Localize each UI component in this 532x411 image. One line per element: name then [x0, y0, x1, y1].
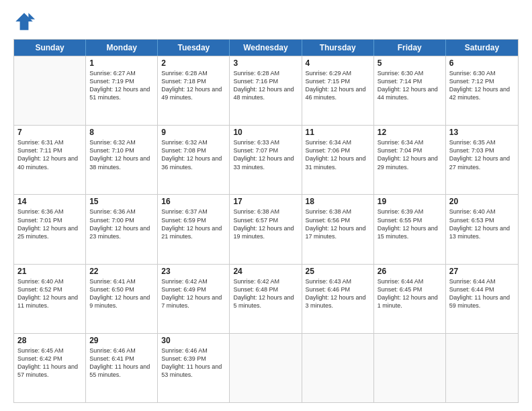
calendar-day-21: 21Sunrise: 6:40 AMSunset: 6:52 PMDayligh…	[14, 265, 86, 333]
calendar-day-25: 25Sunrise: 6:43 AMSunset: 6:46 PMDayligh…	[302, 265, 374, 333]
calendar-day-24: 24Sunrise: 6:42 AMSunset: 6:48 PMDayligh…	[230, 265, 302, 333]
calendar-day-8: 8Sunrise: 6:32 AMSunset: 7:10 PMDaylight…	[86, 126, 158, 194]
day-number: 7	[17, 128, 82, 137]
calendar: SundayMondayTuesdayWednesdayThursdayFrid…	[13, 39, 519, 403]
calendar-week-3: 14Sunrise: 6:36 AMSunset: 7:01 PMDayligh…	[14, 194, 518, 263]
day-info: Sunrise: 6:36 AMSunset: 7:00 PMDaylight:…	[89, 208, 154, 240]
day-number: 30	[161, 336, 226, 345]
day-info: Sunrise: 6:30 AMSunset: 7:14 PMDaylight:…	[378, 69, 442, 102]
calendar-day-29: 29Sunrise: 6:46 AMSunset: 6:41 PMDayligh…	[86, 334, 158, 402]
calendar-day-9: 9Sunrise: 6:32 AMSunset: 7:08 PMDaylight…	[158, 126, 230, 194]
calendar-day-10: 10Sunrise: 6:33 AMSunset: 7:07 PMDayligh…	[230, 126, 302, 194]
calendar-day-7: 7Sunrise: 6:31 AMSunset: 7:11 PMDaylight…	[14, 126, 86, 194]
day-info: Sunrise: 6:29 AMSunset: 7:15 PMDaylight:…	[306, 69, 370, 102]
calendar-day-1: 1Sunrise: 6:27 AMSunset: 7:19 PMDaylight…	[86, 56, 158, 125]
day-number: 1	[89, 58, 154, 68]
day-info: Sunrise: 6:43 AMSunset: 6:46 PMDaylight:…	[306, 277, 370, 310]
day-info: Sunrise: 6:42 AMSunset: 6:49 PMDaylight:…	[161, 277, 226, 310]
day-number: 17	[233, 197, 298, 206]
day-info: Sunrise: 6:45 AMSunset: 6:42 PMDaylight:…	[17, 347, 82, 379]
day-number: 5	[378, 58, 442, 68]
header	[13, 11, 519, 32]
calendar-day-empty	[302, 334, 374, 402]
calendar-day-4: 4Sunrise: 6:29 AMSunset: 7:15 PMDaylight…	[302, 56, 374, 125]
day-number: 15	[89, 197, 154, 206]
day-number: 6	[449, 58, 515, 68]
svg-marker-1	[28, 13, 35, 19]
calendar-week-1: 1Sunrise: 6:27 AMSunset: 7:19 PMDaylight…	[14, 56, 518, 125]
calendar-week-4: 21Sunrise: 6:40 AMSunset: 6:52 PMDayligh…	[14, 264, 518, 333]
day-number: 21	[17, 267, 82, 276]
day-info: Sunrise: 6:34 AMSunset: 7:06 PMDaylight:…	[306, 138, 370, 171]
day-number: 29	[89, 336, 154, 345]
calendar-day-12: 12Sunrise: 6:34 AMSunset: 7:04 PMDayligh…	[374, 126, 446, 194]
calendar-week-2: 7Sunrise: 6:31 AMSunset: 7:11 PMDaylight…	[14, 125, 518, 194]
logo-icon	[13, 11, 35, 32]
day-info: Sunrise: 6:30 AMSunset: 7:12 PMDaylight:…	[449, 69, 515, 102]
day-number: 11	[306, 128, 370, 137]
calendar-header-wednesday: Wednesday	[230, 40, 302, 56]
day-number: 8	[89, 128, 154, 137]
calendar-day-15: 15Sunrise: 6:36 AMSunset: 7:00 PMDayligh…	[86, 195, 158, 263]
calendar-day-empty	[14, 56, 86, 125]
calendar-header-row: SundayMondayTuesdayWednesdayThursdayFrid…	[14, 40, 518, 56]
calendar-day-23: 23Sunrise: 6:42 AMSunset: 6:49 PMDayligh…	[158, 265, 230, 333]
day-info: Sunrise: 6:28 AMSunset: 7:16 PMDaylight:…	[233, 69, 298, 102]
day-info: Sunrise: 6:40 AMSunset: 6:53 PMDaylight:…	[449, 208, 515, 240]
calendar-day-30: 30Sunrise: 6:46 AMSunset: 6:39 PMDayligh…	[158, 334, 230, 402]
calendar-week-5: 28Sunrise: 6:45 AMSunset: 6:42 PMDayligh…	[14, 333, 518, 402]
calendar-header-sunday: Sunday	[14, 40, 86, 56]
calendar-day-18: 18Sunrise: 6:38 AMSunset: 6:56 PMDayligh…	[302, 195, 374, 263]
calendar-header-saturday: Saturday	[446, 40, 518, 56]
day-number: 4	[306, 58, 370, 68]
calendar-day-26: 26Sunrise: 6:44 AMSunset: 6:45 PMDayligh…	[374, 265, 446, 333]
day-number: 22	[89, 267, 154, 276]
day-info: Sunrise: 6:35 AMSunset: 7:03 PMDaylight:…	[449, 138, 515, 171]
day-number: 25	[306, 267, 370, 276]
day-number: 16	[161, 197, 226, 206]
day-number: 2	[161, 58, 226, 68]
calendar-header-monday: Monday	[86, 40, 158, 56]
day-number: 18	[306, 197, 370, 206]
calendar-day-empty	[446, 334, 518, 402]
day-info: Sunrise: 6:38 AMSunset: 6:56 PMDaylight:…	[306, 208, 370, 240]
calendar-day-13: 13Sunrise: 6:35 AMSunset: 7:03 PMDayligh…	[446, 126, 518, 194]
day-info: Sunrise: 6:33 AMSunset: 7:07 PMDaylight:…	[233, 138, 298, 171]
calendar-day-20: 20Sunrise: 6:40 AMSunset: 6:53 PMDayligh…	[446, 195, 518, 263]
day-info: Sunrise: 6:40 AMSunset: 6:52 PMDaylight:…	[17, 277, 82, 310]
calendar-header-tuesday: Tuesday	[158, 40, 230, 56]
day-number: 13	[449, 128, 515, 137]
day-number: 23	[161, 267, 226, 276]
calendar-day-17: 17Sunrise: 6:38 AMSunset: 6:57 PMDayligh…	[230, 195, 302, 263]
day-info: Sunrise: 6:37 AMSunset: 6:59 PMDaylight:…	[161, 208, 226, 240]
day-info: Sunrise: 6:34 AMSunset: 7:04 PMDaylight:…	[378, 138, 442, 171]
page: SundayMondayTuesdayWednesdayThursdayFrid…	[0, 0, 532, 411]
calendar-day-empty	[374, 334, 446, 402]
day-number: 3	[233, 58, 298, 68]
day-info: Sunrise: 6:44 AMSunset: 6:45 PMDaylight:…	[378, 277, 442, 310]
day-info: Sunrise: 6:27 AMSunset: 7:19 PMDaylight:…	[89, 69, 154, 102]
day-number: 10	[233, 128, 298, 137]
calendar-day-14: 14Sunrise: 6:36 AMSunset: 7:01 PMDayligh…	[14, 195, 86, 263]
day-number: 27	[449, 267, 515, 276]
calendar-day-2: 2Sunrise: 6:28 AMSunset: 7:18 PMDaylight…	[158, 56, 230, 125]
day-info: Sunrise: 6:32 AMSunset: 7:08 PMDaylight:…	[161, 138, 226, 171]
day-info: Sunrise: 6:28 AMSunset: 7:18 PMDaylight:…	[161, 69, 226, 102]
day-info: Sunrise: 6:39 AMSunset: 6:55 PMDaylight:…	[378, 208, 442, 240]
calendar-day-6: 6Sunrise: 6:30 AMSunset: 7:12 PMDaylight…	[446, 56, 518, 125]
day-info: Sunrise: 6:44 AMSunset: 6:44 PMDaylight:…	[449, 277, 515, 310]
calendar-day-16: 16Sunrise: 6:37 AMSunset: 6:59 PMDayligh…	[158, 195, 230, 263]
day-number: 24	[233, 267, 298, 276]
calendar-day-28: 28Sunrise: 6:45 AMSunset: 6:42 PMDayligh…	[14, 334, 86, 402]
day-number: 26	[378, 267, 442, 276]
day-info: Sunrise: 6:38 AMSunset: 6:57 PMDaylight:…	[233, 208, 298, 240]
day-number: 28	[17, 336, 82, 345]
day-number: 9	[161, 128, 226, 137]
calendar-day-empty	[230, 334, 302, 402]
calendar-day-5: 5Sunrise: 6:30 AMSunset: 7:14 PMDaylight…	[374, 56, 446, 125]
calendar-header-thursday: Thursday	[302, 40, 374, 56]
day-number: 12	[378, 128, 442, 137]
day-number: 14	[17, 197, 82, 206]
calendar-day-22: 22Sunrise: 6:41 AMSunset: 6:50 PMDayligh…	[86, 265, 158, 333]
day-info: Sunrise: 6:41 AMSunset: 6:50 PMDaylight:…	[89, 277, 154, 310]
